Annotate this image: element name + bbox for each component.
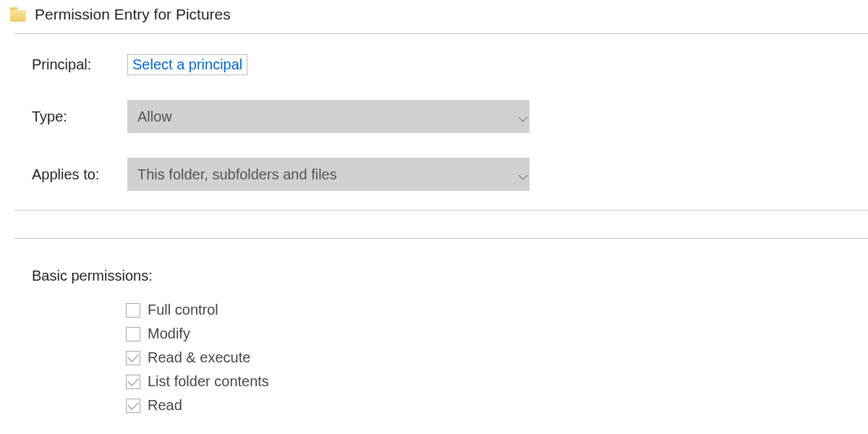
permission-label: Read & execute [148,349,250,366]
type-select[interactable]: Allow [127,100,529,133]
applies-select[interactable]: This folder, subfolders and files [127,158,529,191]
type-label: Type: [32,109,127,125]
principal-label: Principal: [32,56,127,73]
divider [14,210,868,210]
permission-label: Read [148,397,182,414]
applies-label: Applies to: [32,166,127,183]
permissions-list: Full control Modify Read & execute List … [126,302,868,414]
checkbox[interactable] [126,303,140,318]
permission-list-folder[interactable]: List folder contents [126,373,868,390]
permission-modify[interactable]: Modify [126,326,868,342]
checkbox[interactable] [126,351,140,365]
principal-group: Principal: Select a principal Type: Allo… [14,33,868,210]
select-principal-link[interactable]: Select a principal [127,54,247,75]
permission-full-control[interactable]: Full control [126,302,868,318]
permissions-label: Basic permissions: [32,268,868,284]
applies-row: Applies to: This folder, subfolders and … [32,158,868,191]
permission-label: Full control [148,302,218,318]
permission-read[interactable]: Read [126,397,868,414]
permissions-group: Basic permissions: Full control Modify R… [14,238,868,434]
permission-read-execute[interactable]: Read & execute [126,349,868,366]
type-value: Allow [137,109,172,125]
permission-label: Modify [148,326,190,342]
permission-label: List folder contents [148,373,269,390]
checkbox[interactable] [126,327,140,341]
checkbox[interactable] [126,399,140,413]
title-bar: Permission Entry for Pictures [0,0,868,33]
principal-row: Principal: Select a principal [32,54,868,75]
applies-value: This folder, subfolders and files [137,166,337,183]
window-title: Permission Entry for Pictures [35,6,231,23]
folder-icon [10,7,26,22]
checkbox[interactable] [126,375,140,389]
type-row: Type: Allow [32,100,868,133]
